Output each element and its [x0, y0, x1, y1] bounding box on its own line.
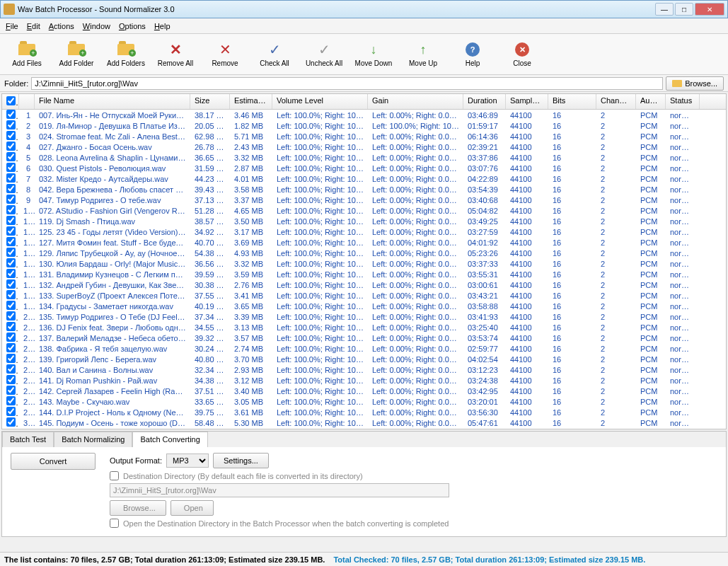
col-bits[interactable]: Bits [548, 94, 596, 109]
remove-all-button[interactable]: ✕Remove All [154, 37, 197, 71]
table-row[interactable]: 16131. Владимир Кузнецов - С Легким парк… [2, 269, 726, 279]
maximize-button[interactable]: □ [675, 3, 693, 16]
row-checkbox[interactable] [2, 375, 19, 386]
row-checkbox[interactable] [2, 216, 19, 226]
move-down-button[interactable]: Move Down [352, 37, 395, 71]
tab-batch-converting[interactable]: Batch Converting [132, 432, 207, 447]
table-row[interactable]: 4027. Джанго - Босая Осень.wav26.78 MB2.… [2, 142, 726, 152]
close-button[interactable]: ✕Close [501, 37, 543, 71]
tab-batch-normalizing[interactable]: Batch Normalizing [54, 432, 132, 447]
menu-ile[interactable]: File [6, 22, 18, 30]
tab-batch-test[interactable]: Batch Test [2, 432, 54, 447]
row-checkbox[interactable] [2, 110, 19, 120]
uncheck-all-button[interactable]: Uncheck All [303, 37, 345, 71]
row-checkbox[interactable] [2, 354, 19, 364]
table-row[interactable]: 17132. Андрей Губин - Девушки, Как Звезд… [2, 279, 726, 290]
row-checkbox[interactable] [2, 163, 19, 173]
table-row[interactable]: 12125. 23 45 - Годы летят (Video Version… [2, 226, 726, 237]
col-filename[interactable]: File Name [35, 94, 190, 109]
table-row[interactable]: 2019. Ля-Минор - Девушка В Платье Из Сит… [2, 120, 726, 131]
table-row[interactable]: 5028. Leona Avrelina & Shaplin - Цунами.… [2, 152, 726, 163]
col-duration[interactable]: Duration [463, 94, 506, 109]
menu-indow[interactable]: Window [83, 22, 110, 30]
table-row[interactable]: 28143. Maybe - Скучаю.wav33.65 MB3.05 MB… [2, 396, 726, 407]
browse-button[interactable]: Browse... [666, 76, 724, 91]
row-checkbox[interactable] [2, 184, 19, 195]
table-row[interactable]: 25140. Вал и Санина - Волны.wav32.34 MB2… [2, 364, 726, 375]
row-checkbox[interactable] [2, 396, 19, 407]
grid-body[interactable]: 1007. Инь-Ян - Не Отпускай Моей Руки.wav… [2, 110, 726, 429]
table-row[interactable]: 15130. Юлия Бардаш - Orly! (Major Music … [2, 258, 726, 269]
table-row[interactable]: 1007. Инь-Ян - Не Отпускай Моей Руки.wav… [2, 110, 726, 120]
open-after-checkbox[interactable] [110, 519, 119, 528]
table-row[interactable]: 18133. SuperBoyZ (Проект Алексея Потехин… [2, 290, 726, 301]
row-checkbox[interactable] [2, 237, 19, 248]
row-checkbox[interactable] [2, 142, 19, 152]
col-check[interactable] [2, 94, 19, 109]
table-row[interactable]: 26141. Dj Roman Pushkin - Рай.wav34.38 M… [2, 375, 726, 386]
row-checkbox[interactable] [2, 279, 19, 290]
col-estimated[interactable]: Estimated ... [230, 94, 272, 109]
col-index[interactable] [19, 94, 35, 109]
row-checkbox[interactable] [2, 301, 19, 311]
menu-ptions[interactable]: Options [119, 22, 146, 30]
row-checkbox[interactable] [2, 195, 19, 205]
col-channels[interactable]: Channels [596, 94, 636, 109]
row-checkbox[interactable] [2, 386, 19, 396]
remove-button[interactable]: ✕Remove [204, 37, 246, 71]
col-gain[interactable]: Gain [368, 94, 463, 109]
table-row[interactable]: 8042. Вера Брежнева - Любовь спасет мир … [2, 184, 726, 195]
row-checkbox[interactable] [2, 322, 19, 333]
row-checkbox[interactable] [2, 311, 19, 322]
col-status[interactable]: Status [666, 94, 700, 109]
dest-dir-checkbox[interactable] [110, 471, 119, 480]
table-row[interactable]: 11119. Dj Smash - Птица.wav38.57 MB3.50 … [2, 216, 726, 226]
row-checkbox[interactable] [2, 120, 19, 131]
row-checkbox[interactable] [2, 343, 19, 354]
table-row[interactable]: 13127. Митя Фомин feat. Stuff - Все буде… [2, 237, 726, 248]
folder-input[interactable] [31, 77, 663, 90]
check-all-button[interactable]: Check All [253, 37, 296, 71]
table-row[interactable]: 23138. Фабрика - Я тебя зацелую.wav30.24… [2, 343, 726, 354]
row-checkbox[interactable] [2, 407, 19, 417]
table-row[interactable]: 3024. Stromae feat. Mc Zali - Алена Best… [2, 131, 726, 142]
table-row[interactable]: 7032. Mister Кредо - Аутсайдеры.wav44.23… [2, 173, 726, 184]
row-checkbox[interactable] [2, 173, 19, 184]
window-close-button[interactable]: ✕ [695, 3, 724, 16]
menu-ctions[interactable]: Actions [49, 22, 74, 30]
move-up-button[interactable]: Move Up [402, 37, 444, 71]
table-row[interactable]: 29144. D.I.P Project - Ноль к Одному (Ne… [2, 407, 726, 417]
menu-elp[interactable]: Help [154, 22, 171, 30]
output-format-select[interactable]: MP3 [166, 454, 209, 468]
row-checkbox[interactable] [2, 152, 19, 163]
row-checkbox[interactable] [2, 364, 19, 375]
table-row[interactable]: 27142. Сергей Лазарев - Feelin High (Rad… [2, 386, 726, 396]
add-folders-button[interactable]: +Add Folders [105, 37, 147, 71]
col-volume[interactable]: Volume Level [272, 94, 368, 109]
settings-button[interactable]: Settings... [213, 453, 269, 468]
col-size[interactable]: Size [190, 94, 230, 109]
table-row[interactable]: 30145. Подиум - Осень - тоже хорошо (Dan… [2, 417, 726, 428]
dest-open-button[interactable]: Open [171, 500, 214, 516]
row-checkbox[interactable] [2, 258, 19, 269]
row-checkbox[interactable] [2, 131, 19, 142]
table-row[interactable]: 14129. Ляпис Трубецкой - Ау, ау (Ночное … [2, 248, 726, 258]
add-files-button[interactable]: +Add Files [6, 37, 48, 71]
row-checkbox[interactable] [2, 417, 19, 428]
convert-button[interactable]: Convert [11, 453, 96, 470]
table-row[interactable]: 24139. Григорий Лепс - Берега.wav40.80 M… [2, 354, 726, 364]
dest-browse-button[interactable]: Browse... [110, 500, 166, 516]
help-button[interactable]: ?Help [451, 37, 494, 71]
table-row[interactable]: 9047. Тимур Родригез - О тебе.wav37.13 M… [2, 195, 726, 205]
table-row[interactable]: 10072. AStudio - Fashion Girl (Vengerov … [2, 205, 726, 216]
row-checkbox[interactable] [2, 333, 19, 343]
add-folder-button[interactable]: +Add Folder [55, 37, 98, 71]
row-checkbox[interactable] [2, 269, 19, 279]
col-audio[interactable]: Audio... [636, 94, 666, 109]
table-row[interactable]: 20135. Тимур Родригез - О Тебе (DJ Feel … [2, 311, 726, 322]
table-row[interactable]: 22137. Валерий Меладзе - Небеса обетован… [2, 333, 726, 343]
minimize-button[interactable]: — [655, 3, 674, 16]
col-sample[interactable]: Sample R... [506, 94, 548, 109]
row-checkbox[interactable] [2, 248, 19, 258]
menu-dit[interactable]: Edit [27, 22, 40, 30]
